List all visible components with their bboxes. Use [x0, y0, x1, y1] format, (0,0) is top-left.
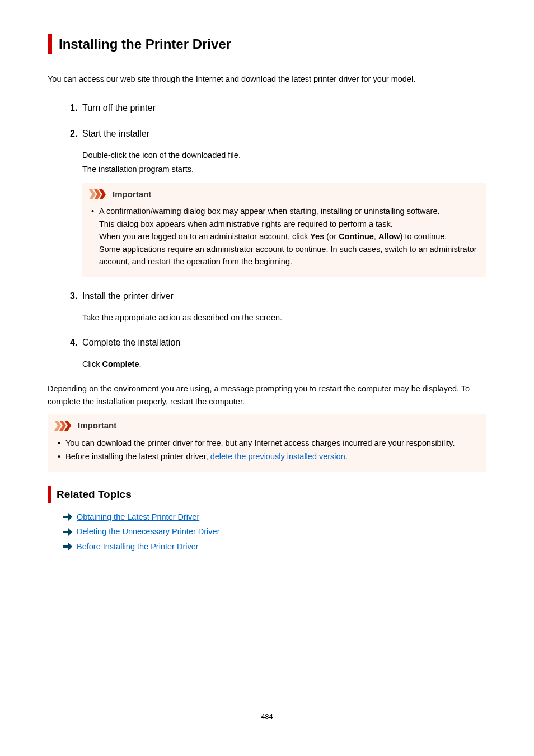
svg-rect-6 — [63, 516, 68, 518]
step-body: Click Complete. — [70, 358, 486, 370]
after-steps-text: Depending on the environment you are usi… — [48, 382, 486, 408]
step-title: Start the installer — [82, 127, 149, 141]
step-title: Turn off the printer — [82, 101, 156, 115]
body-line: Click Complete. — [82, 358, 486, 370]
body-line: Double-click the icon of the downloaded … — [82, 149, 486, 161]
text-bold: Allow — [378, 232, 400, 241]
important-callout: Important A confirmation/warning dialog … — [82, 183, 486, 277]
step-number: 2. — [70, 127, 82, 141]
text-fragment: ) to continue. — [400, 232, 447, 241]
step-1: 1. Turn off the printer — [70, 101, 486, 115]
step-number: 1. — [70, 101, 82, 115]
step-2: 2. Start the installer Double-click the … — [70, 127, 486, 277]
callout-title: Important — [113, 188, 151, 200]
callout-header: Important — [48, 414, 486, 434]
step-head: 3. Install the printer driver — [70, 290, 486, 304]
step-title: Complete the installation — [82, 336, 180, 350]
related-topics-heading-block: Related Topics — [48, 486, 486, 502]
callout-line: This dialog box appears when administrat… — [99, 220, 393, 228]
text-fragment: . — [345, 452, 348, 461]
arrow-right-icon — [63, 543, 72, 550]
callout-line: When you are logged on to an administrat… — [99, 232, 447, 241]
text-fragment: , — [374, 232, 378, 241]
svg-marker-11 — [68, 543, 72, 550]
callout-line: A confirmation/warning dialog box may ap… — [99, 207, 440, 216]
list-item: Deleting the Unnecessary Printer Driver — [48, 525, 486, 538]
related-link-delete[interactable]: Deleting the Unnecessary Printer Driver — [77, 525, 219, 538]
step-3: 3. Install the printer driver Take the a… — [70, 290, 486, 324]
callout-title: Important — [78, 419, 116, 432]
step-head: 2. Start the installer — [70, 127, 486, 141]
svg-marker-3 — [54, 421, 61, 431]
related-link-before[interactable]: Before Installing the Printer Driver — [77, 540, 199, 553]
svg-rect-8 — [63, 531, 68, 533]
text-bold: Continue — [339, 232, 374, 241]
text-fragment: Click — [82, 360, 102, 368]
text-fragment: Before installing the latest printer dri… — [65, 452, 210, 461]
body-line: Take the appropriate action as described… — [82, 311, 486, 324]
callout-item: You can download the printer driver for … — [58, 437, 477, 449]
title-underline — [48, 60, 486, 60]
callout-line: Some applications require an administrat… — [99, 245, 477, 266]
svg-marker-0 — [89, 189, 96, 199]
text-fragment: . — [139, 360, 142, 368]
text-bold: Yes — [310, 232, 324, 241]
chevrons-icon — [54, 421, 73, 431]
step-body: Take the appropriate action as described… — [70, 311, 486, 324]
step-body: Double-click the icon of the downloaded … — [70, 149, 486, 277]
related-topics-heading: Related Topics — [57, 486, 486, 502]
text-bold: Complete — [102, 360, 139, 368]
text-fragment: When you are logged on to an administrat… — [99, 232, 310, 241]
page-title-block: Installing the Printer Driver — [48, 34, 486, 54]
arrow-right-icon — [63, 528, 72, 536]
callout-item: Before installing the latest printer dri… — [58, 450, 477, 463]
callout-header: Important — [82, 183, 486, 203]
related-link-obtain[interactable]: Obtaining the Latest Printer Driver — [77, 511, 199, 523]
page-number: 484 — [48, 711, 486, 722]
intro-text: You can access our web site through the … — [48, 73, 486, 85]
step-number: 3. — [70, 290, 82, 304]
steps-list: 1. Turn off the printer 2. Start the ins… — [48, 101, 486, 371]
body-line: The installation program starts. — [82, 163, 486, 175]
svg-rect-10 — [63, 545, 68, 548]
arrow-right-icon — [63, 513, 72, 521]
callout-body: A confirmation/warning dialog box may ap… — [82, 203, 486, 277]
callout-item: A confirmation/warning dialog box may ap… — [91, 205, 477, 268]
callout-body: You can download the printer driver for … — [48, 435, 486, 472]
svg-marker-9 — [68, 528, 72, 536]
step-number: 4. — [70, 336, 82, 350]
page-title: Installing the Printer Driver — [59, 34, 486, 54]
step-title: Install the printer driver — [82, 290, 174, 304]
list-item: Before Installing the Printer Driver — [48, 540, 486, 553]
related-links-list: Obtaining the Latest Printer Driver Dele… — [48, 511, 486, 553]
important-callout-outer: Important You can download the printer d… — [48, 414, 486, 472]
list-item: Obtaining the Latest Printer Driver — [48, 511, 486, 523]
svg-marker-7 — [68, 513, 72, 521]
step-head: 1. Turn off the printer — [70, 101, 486, 115]
delete-version-link[interactable]: delete the previously installed version — [210, 452, 345, 461]
chevrons-icon — [89, 189, 108, 199]
step-4: 4. Complete the installation Click Compl… — [70, 336, 486, 370]
text-fragment: (or — [324, 232, 339, 241]
step-head: 4. Complete the installation — [70, 336, 486, 350]
